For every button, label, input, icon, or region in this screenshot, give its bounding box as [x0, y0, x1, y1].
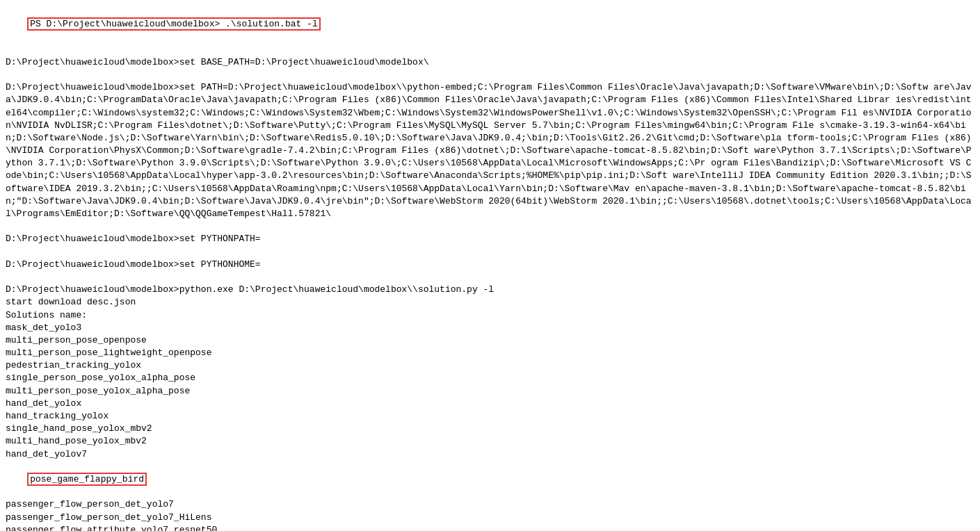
solution-passenger-flow-hilens: passenger_flow_person_det_yolo7_HiLens: [6, 512, 972, 524]
solution-single-hand-pose: single_hand_pose_yolox_mbv2: [6, 423, 972, 435]
command-highlight-box: PS D:\Project\huaweicloud\modelbox> .\so…: [27, 17, 320, 31]
solution-multi-hand-pose: multi_hand_pose_yolox_mbv2: [6, 435, 972, 448]
solutions-name-line: Solutions name:: [6, 309, 972, 322]
solution-multi-person-openpose: multi_person_pose_openpose: [6, 334, 972, 347]
empty-line-3: [6, 220, 972, 233]
set-pythonhome-line: D:\Project\huaweicloud\modelbox>set PYTH…: [6, 259, 972, 271]
pose-game-highlight-box: pose_game_flappy_bird: [27, 473, 147, 486]
solution-pedestrian-tracking: pedestrian_tracking_yolox: [6, 359, 972, 372]
solution-multi-person-yolox: multi_person_pose_yolox_alpha_pose: [6, 385, 972, 398]
download-line: start download desc.json: [6, 296, 972, 309]
solution-mask-det: mask_det_yolo3: [6, 322, 972, 334]
solution-passenger-flow-attr: passenger_flow_attribute_yolo7_resnet50: [6, 524, 972, 531]
empty-line-5: [6, 271, 972, 284]
python-exec-line: D:\Project\huaweicloud\modelbox>python.e…: [6, 284, 972, 296]
solution-hand-det: hand_det_yolox: [6, 398, 972, 410]
empty-line-1: [6, 44, 972, 56]
solution-multi-person-lightweight: multi_person_pose_lightweight_openpose: [6, 347, 972, 359]
solution-hand-det-yolov7: hand_det_yolov7: [6, 448, 972, 461]
solution-single-person-pose: single_person_pose_yolox_alpha_pose: [6, 372, 972, 384]
solution-hand-tracking: hand_tracking_yolox: [6, 410, 972, 423]
empty-line-2: [6, 69, 972, 81]
command-line: PS D:\Project\huaweicloud\modelbox> .\so…: [6, 6, 972, 44]
set-path-line: D:\Project\huaweicloud\modelbox>set PATH…: [6, 81, 972, 220]
solution-passenger-flow-det: passenger_flow_person_det_yolo7: [6, 498, 972, 511]
terminal-window: PS D:\Project\huaweicloud\modelbox> .\so…: [0, 0, 980, 531]
empty-line-4: [6, 246, 972, 259]
solution-pose-game-line: pose_game_flappy_bird: [6, 461, 972, 499]
set-base-path-line: D:\Project\huaweicloud\modelbox>set BASE…: [6, 56, 972, 69]
set-pythonpath-line: D:\Project\huaweicloud\modelbox>set PYTH…: [6, 233, 972, 245]
